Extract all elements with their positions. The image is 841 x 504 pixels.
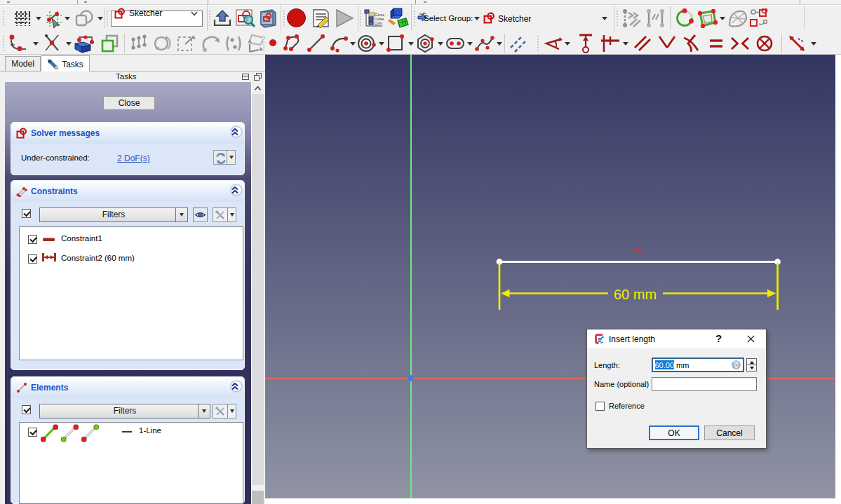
svg-text:f(x): f(x) xyxy=(732,362,740,368)
svg-text:60 mm: 60 mm xyxy=(614,287,657,302)
svg-text:Cyln: Cyln xyxy=(374,21,382,25)
